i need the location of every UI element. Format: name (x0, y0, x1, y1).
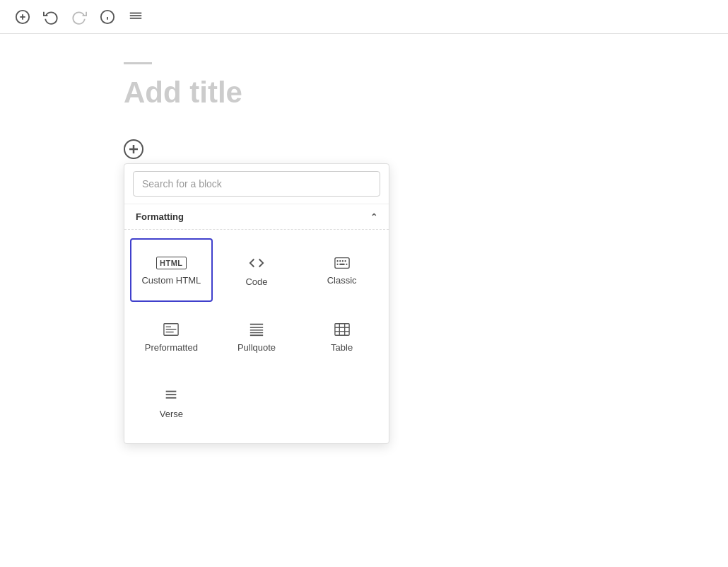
block-item-table[interactable]: Table (300, 305, 383, 368)
title-bar (124, 62, 152, 64)
block-item-code[interactable]: Code (216, 238, 298, 302)
keyboard-icon (334, 257, 350, 269)
editor-area: Add title Formatting ⌃ (0, 34, 728, 187)
menu-button[interactable] (124, 6, 147, 28)
pullquote-icon (249, 322, 264, 337)
svg-rect-28 (335, 323, 349, 335)
block-label-pullquote: Pullquote (237, 342, 276, 353)
chevron-up-icon: ⌃ (370, 212, 377, 222)
add-block-button[interactable] (124, 139, 143, 159)
block-label-table: Table (331, 342, 353, 353)
table-icon (334, 322, 350, 337)
block-item-preformatted[interactable]: Preformatted (130, 305, 213, 368)
verse-icon (163, 389, 179, 403)
section-label: Formatting (136, 211, 184, 222)
page-title[interactable]: Add title (124, 76, 604, 110)
block-item-verse[interactable]: Verse (130, 371, 213, 435)
search-input[interactable] (133, 171, 380, 197)
block-item-classic[interactable]: Classic (300, 238, 383, 302)
block-item-pullquote[interactable]: Pullquote (216, 305, 298, 368)
blocks-grid: HTML Custom HTML Code (124, 230, 389, 443)
info-button[interactable] (96, 6, 119, 28)
undo-button[interactable] (40, 6, 62, 28)
section-header[interactable]: Formatting ⌃ (124, 204, 389, 230)
editor: Add title Formatting ⌃ (124, 62, 604, 159)
block-label-classic: Classic (327, 275, 357, 286)
toolbar (0, 0, 728, 34)
svg-rect-11 (335, 257, 349, 268)
search-area (124, 164, 389, 204)
block-item-custom-html[interactable]: HTML Custom HTML (130, 238, 213, 302)
block-label-preformatted: Preformatted (145, 342, 198, 353)
redo-button[interactable] (68, 6, 90, 28)
preformatted-icon (163, 322, 179, 337)
custom-html-icon: HTML (156, 257, 187, 269)
add-block-area: Formatting ⌃ HTML Custom HTML (124, 138, 604, 159)
code-icon (249, 255, 264, 271)
add-button[interactable] (11, 6, 34, 28)
block-label-custom-html: Custom HTML (141, 275, 201, 286)
block-label-verse: Verse (160, 409, 183, 419)
block-label-code: Code (245, 276, 267, 287)
block-picker: Formatting ⌃ HTML Custom HTML (124, 163, 389, 444)
